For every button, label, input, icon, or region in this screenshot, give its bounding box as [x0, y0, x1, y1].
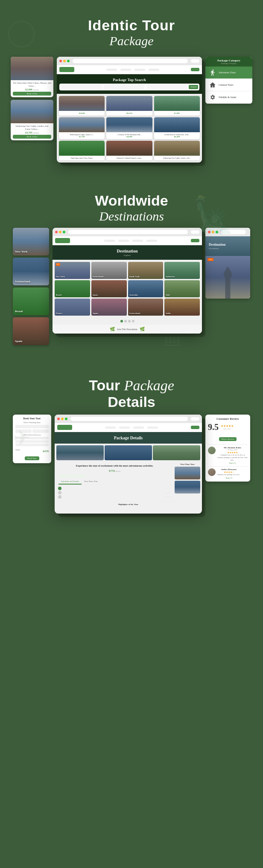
dest-newyork-lbl: New York — [56, 276, 65, 278]
dest-header-title: Destination — [56, 249, 199, 253]
dest-card-france[interactable]: France — [55, 299, 90, 316]
dest-card-spain[interactable]: Spain — [91, 280, 127, 297]
pkg-card-4[interactable]: Embracing the Lights, Landro, A...$2,799 — [59, 117, 105, 139]
child-input[interactable] — [32, 430, 49, 433]
pkg-title-7: Exploring a water Tours, France — [61, 157, 103, 159]
pkg-card-7[interactable]: Exploring a water Tours, France — [59, 141, 105, 160]
url-bar-2 — [68, 230, 188, 234]
date-input[interactable] — [15, 425, 49, 428]
dest-right-header-sub: Destination — [209, 247, 247, 250]
side-card-1-btn[interactable]: Book a Tour — [13, 92, 51, 96]
tab-schedule[interactable]: Schedule and Details — [58, 479, 82, 485]
pkg-card-5-img — [106, 117, 152, 132]
url-bar-3 — [70, 417, 188, 421]
adventure-icon — [209, 69, 216, 76]
dest-right-header-img: Destination Destination — [205, 236, 250, 256]
nav2-close — [55, 231, 58, 233]
section2-main-browser: Destination Explore HOT New York Switzer… — [53, 228, 202, 334]
pkg-card-9[interactable]: Embracing City's Lights, Landro, And... — [154, 141, 200, 160]
tab-next[interactable]: Next Time Tour — [82, 479, 100, 485]
side-card-1-title: The Altura Italy's Rich Culture. History… — [13, 82, 51, 87]
dest-card-newyork[interactable]: HOT New York — [55, 262, 90, 279]
pkg-title-8: Immersive Cultural Explores, Laun... — [108, 157, 150, 159]
pkg-card-1[interactable]: $2,694 — [59, 96, 105, 116]
dest-side-newyork[interactable]: New York — [13, 228, 49, 255]
side-card-2-btn[interactable]: Book a Tour — [13, 135, 51, 139]
dest-card-australia[interactable]: Australia — [128, 280, 164, 297]
pkg-card-1-img — [59, 96, 105, 111]
book-now-btn[interactable]: Book Now — [25, 456, 39, 460]
nav3-r — [57, 418, 60, 420]
extras-input-1[interactable] — [15, 437, 49, 439]
reviewer-2-avatar — [208, 468, 216, 476]
review-browser: Customer Review 9.5 ★★★★★ 4.9 | 1,237 Wr… — [205, 415, 250, 481]
wildlife-icon — [209, 93, 216, 101]
write-review-btn[interactable]: Write a Review — [219, 437, 237, 441]
search-when[interactable] — [103, 85, 145, 89]
section2-title: Worldwide Destinations — [9, 192, 254, 224]
section3-layout: Book Your Tour Select Starting Date Othe… — [9, 415, 254, 513]
adult-input[interactable] — [15, 430, 32, 433]
page-dot-1[interactable] — [120, 320, 123, 322]
side-card-2-title: Embracing City's Lights, Landro, And Ico… — [13, 125, 51, 131]
desc-column: Experience the tour of excitement with t… — [56, 462, 173, 500]
pkg-cat-cultural[interactable]: Cultural Tours — [205, 79, 252, 91]
dest-card-switzerland[interactable]: Switzerland — [91, 262, 127, 279]
page-dot-2[interactable] — [124, 320, 127, 322]
review-item-1: Mr. Dominic Kolas 09 June, 2022 ★★★★★ A … — [208, 444, 248, 464]
detail-tags — [58, 475, 171, 477]
dest-brazil-lbl: Brazil — [56, 294, 61, 296]
dest-side-spain[interactable]: Spain — [13, 317, 49, 345]
extras-input-2[interactable] — [15, 440, 49, 443]
browser-nav-3 — [55, 415, 202, 423]
pkg-cat-adventure[interactable]: Adventure Tours — [205, 67, 252, 79]
dest-card-saudi[interactable]: Saudi Arab — [128, 262, 164, 279]
pkg-card-2[interactable]: $6,254 — [106, 96, 152, 116]
review-stars-rating: ★★★★★ 4.9 | 1,237 — [221, 424, 234, 430]
review-item-2: Suther Houssons ★★★★☆ Fantastic tour pac… — [208, 466, 248, 479]
cultural-label: Cultural Tours — [219, 84, 234, 86]
nav2-minimize — [59, 231, 61, 233]
dest-aus-lbl: Australia — [129, 294, 138, 296]
search-type[interactable] — [146, 85, 187, 89]
dest-grid: HOT New York Switzerland Saudi Arab Indo… — [53, 260, 202, 318]
pkg-card-3[interactable]: $7,985 — [154, 96, 200, 116]
dest-card-italy[interactable]: Italy — [164, 280, 200, 297]
next-tour-column: Next Time Tour — [175, 462, 200, 500]
dest-card-japan[interactable]: Japan — [91, 299, 127, 316]
cultural-icon — [209, 81, 216, 89]
pkg-cat-wildlife[interactable]: Wildlife & Safari — [205, 91, 252, 104]
reviewer-2-reply: Reply (3) — [217, 477, 240, 479]
search-where[interactable] — [61, 85, 102, 89]
dest-side-switzerland[interactable]: Switzerland — [13, 258, 49, 285]
section1-layout: The Altura Italy's Rich Culture. History… — [9, 57, 254, 163]
pkg-price-3: $7,985 — [156, 112, 198, 114]
dest-card-brazil[interactable]: Brazil — [55, 280, 90, 297]
pkg-card-6[interactable]: Architectural At Architecture, Trail...$… — [154, 117, 200, 139]
reviewer-2-text: Fantastic tour package we so do... — [217, 473, 240, 476]
page-dot-3[interactable] — [128, 320, 131, 322]
newsletter-section: 🌿 Join The Newsletter 🌿 — [53, 325, 202, 334]
desc-title: Experience the tour of excitement with t… — [58, 464, 171, 467]
section1-main-browser: Package Top Search Search $2,694 — [57, 57, 202, 163]
pkg-card-8[interactable]: Immersive Cultural Explores, Laun... — [106, 141, 152, 160]
extras-input-3[interactable] — [15, 444, 49, 446]
pkg-card-5[interactable]: A Journey Of The Mountain Trail...$4,999 — [106, 117, 152, 139]
dest-card-indonesia[interactable]: Indonesia — [164, 262, 200, 279]
desc-price: $776 — [109, 469, 115, 473]
dest-card-swi2[interactable]: Switzerland — [128, 299, 164, 316]
search-btn[interactable]: Search — [189, 85, 198, 89]
dest-side-brazil[interactable]: Brazil — [13, 287, 49, 315]
side-card-2-price: $3,795 / person — [13, 131, 51, 134]
side-card-2-image — [11, 100, 53, 123]
nav-y3 — [212, 231, 214, 233]
pkg-price-6: $6,499 — [156, 136, 198, 138]
dest-left-cards: New York Switzerland Brazil Spain — [13, 228, 49, 347]
dest-right-hot-badge: HOT — [207, 258, 213, 261]
page-dot-4[interactable] — [132, 320, 134, 322]
pkg-price-2: $6,254 — [108, 112, 150, 114]
nav-buttons — [191, 59, 199, 63]
desc-price-row: $776 /person — [58, 469, 171, 473]
review-title: Customer Review — [208, 417, 248, 421]
dest-card-india[interactable]: India — [164, 299, 200, 316]
